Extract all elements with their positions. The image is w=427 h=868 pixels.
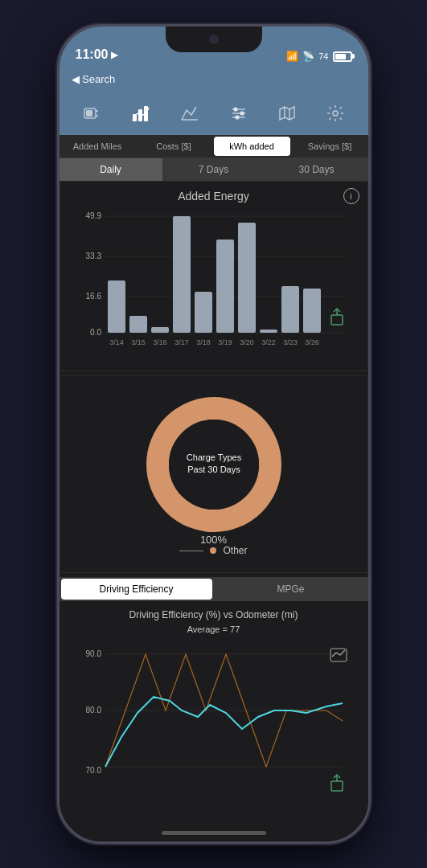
tab-30days[interactable]: 30 Days bbox=[265, 158, 368, 181]
metric-tabs: Added Miles Costs [$] kWh added Savings … bbox=[60, 135, 368, 158]
phone-frame: 11:00 ▶ 📶 📡 74 ◀ Search bbox=[57, 24, 371, 844]
line-chart-share-icon[interactable] bbox=[331, 775, 343, 791]
line-chart-svg: 90.0 80.0 70.0 bbox=[68, 641, 360, 801]
bar-3-18 bbox=[195, 292, 212, 333]
bar-3-14 bbox=[108, 280, 125, 333]
chart-title-row: Added Energy i bbox=[68, 190, 359, 203]
bar-3-26 bbox=[303, 289, 321, 333]
efficiency-tabs: Driving Efficiency MPGe bbox=[60, 577, 368, 601]
period-tabs: Daily 7 Days 30 Days bbox=[60, 158, 368, 181]
nav-sliders[interactable] bbox=[225, 100, 253, 127]
bar-3-19 bbox=[216, 240, 234, 333]
bar-label-3-22: 3/22 bbox=[261, 338, 276, 346]
tab-added-miles[interactable]: Added Miles bbox=[60, 135, 136, 158]
bar-label-3-20: 3/20 bbox=[240, 338, 254, 346]
bar-chart-svg: 49.9 33.3 16.6 0.0 3/14 3/15 3/16 bbox=[68, 207, 359, 359]
bar-3-22 bbox=[260, 330, 277, 333]
nav-settings[interactable] bbox=[322, 100, 349, 127]
tab-mpge[interactable]: MPGe bbox=[214, 577, 368, 601]
nav-stats[interactable] bbox=[126, 99, 155, 128]
tab-daily[interactable]: Daily bbox=[60, 158, 162, 181]
tab-7days[interactable]: 7 Days bbox=[162, 158, 265, 181]
line-chart-average: Average = 77 bbox=[68, 624, 360, 634]
svg-point-16 bbox=[333, 111, 338, 116]
bar-label-3-19: 3/19 bbox=[218, 338, 232, 346]
bar-label-3-17: 3/17 bbox=[174, 338, 189, 346]
tab-costs[interactable]: Costs [$] bbox=[136, 135, 212, 158]
bar-3-15 bbox=[129, 316, 147, 333]
bar-label-3-16: 3/16 bbox=[153, 338, 167, 346]
donut-center-line2: Past 30 Days bbox=[187, 465, 240, 474]
line-chart-title: Driving Efficiency (%) vs Odometer (mi) bbox=[68, 609, 360, 620]
status-time: 11:00 ▶ bbox=[76, 47, 118, 62]
svg-point-13 bbox=[236, 116, 239, 119]
tab-kwh-added[interactable]: kWh added bbox=[214, 137, 290, 156]
content-area: Added Miles Costs [$] kWh added Savings … bbox=[60, 135, 368, 817]
y-label-80: 80.0 bbox=[85, 706, 101, 714]
nav-chart[interactable] bbox=[176, 100, 203, 127]
nav-charging[interactable] bbox=[78, 100, 105, 127]
y-label-16: 16.6 bbox=[85, 292, 101, 301]
nav-tabs bbox=[60, 91, 368, 135]
donut-svg: Charge Types Past 30 Days bbox=[142, 392, 286, 537]
tab-driving-efficiency[interactable]: Driving Efficiency bbox=[61, 579, 212, 600]
share-icon[interactable] bbox=[331, 309, 343, 325]
wifi-icon: 📡 bbox=[302, 51, 314, 62]
chart-type-icon[interactable] bbox=[331, 649, 347, 661]
cyan-line bbox=[105, 697, 343, 767]
svg-point-11 bbox=[234, 108, 237, 111]
donut-legend: Other bbox=[179, 545, 247, 556]
bar-label-3-23: 3/23 bbox=[283, 338, 298, 346]
line-chart-section: Driving Efficiency (%) vs Odometer (mi) … bbox=[60, 601, 368, 813]
camera-notch bbox=[209, 35, 219, 44]
efficiency-section: Driving Efficiency MPGe Driving Efficien… bbox=[60, 577, 368, 813]
bar-3-20 bbox=[238, 223, 256, 333]
y-label-49: 49.9 bbox=[85, 211, 101, 220]
back-search-button[interactable]: ◀ Search bbox=[72, 73, 116, 85]
y-label-33: 33.3 bbox=[85, 252, 101, 260]
bar-label-3-18: 3/18 bbox=[196, 338, 211, 346]
bar-3-17 bbox=[173, 216, 191, 333]
donut-chart-section: Charge Types Past 30 Days 100% Other bbox=[60, 375, 368, 573]
search-bar[interactable]: ◀ Search bbox=[60, 67, 368, 91]
bar-chart-section: Added Energy i 49.9 33.3 16.6 0.0 3/14 bbox=[60, 181, 368, 371]
location-icon: ▶ bbox=[111, 50, 117, 60]
donut-center-line1: Charge Types bbox=[186, 452, 241, 462]
svg-rect-21 bbox=[331, 315, 343, 325]
svg-point-12 bbox=[240, 112, 244, 115]
nav-map[interactable] bbox=[273, 100, 301, 127]
legend-label-other: Other bbox=[223, 545, 247, 556]
info-button[interactable]: i bbox=[343, 188, 359, 204]
battery-percent: 74 bbox=[318, 51, 328, 61]
y-label-0: 0.0 bbox=[90, 328, 101, 337]
bar-3-16 bbox=[151, 327, 169, 333]
y-label-70: 70.0 bbox=[85, 766, 101, 775]
time-display: 11:00 bbox=[76, 47, 109, 62]
tab-savings[interactable]: Savings [$] bbox=[292, 135, 368, 158]
svg-rect-29 bbox=[331, 781, 343, 791]
bar-label-3-15: 3/15 bbox=[131, 338, 146, 346]
status-bar: 11:00 ▶ 📶 📡 74 bbox=[60, 27, 368, 67]
signal-icon: 📶 bbox=[286, 51, 298, 62]
donut-percentage: 100% bbox=[200, 534, 227, 546]
legend-dot-other bbox=[210, 547, 216, 554]
donut-chart: Charge Types Past 30 Days 100% bbox=[142, 392, 286, 537]
battery-icon bbox=[333, 51, 352, 62]
bar-3-23 bbox=[281, 286, 299, 333]
status-right: 📶 📡 74 bbox=[286, 51, 351, 62]
svg-rect-1 bbox=[86, 110, 92, 117]
y-label-90: 90.0 bbox=[85, 649, 101, 658]
bar-chart-title: Added Energy bbox=[178, 190, 249, 203]
bar-label-3-14: 3/14 bbox=[109, 338, 124, 346]
bar-label-3-26: 3/26 bbox=[305, 338, 319, 346]
home-indicator[interactable] bbox=[162, 831, 266, 835]
